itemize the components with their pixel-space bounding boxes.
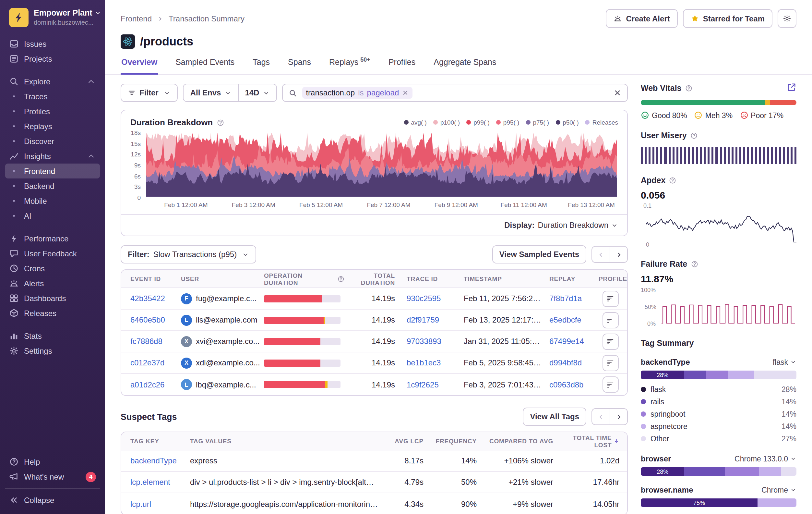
sidebar-item-discover[interactable]: Discover xyxy=(5,134,100,148)
col-trace-id[interactable]: Trace ID xyxy=(403,275,460,282)
next-page-button[interactable] xyxy=(610,247,627,262)
col-compared-to-avg[interactable]: Compared To Avg xyxy=(485,437,561,444)
sidebar-item-help[interactable]: Help xyxy=(5,454,100,469)
open-in-new-button[interactable] xyxy=(787,82,796,94)
trace-id-link[interactable]: d2f91759 xyxy=(407,316,439,324)
legend-item[interactable]: p50( ) xyxy=(555,119,579,126)
tag-key-link[interactable]: lcp.url xyxy=(130,499,151,509)
tab-spans[interactable]: Spans xyxy=(287,55,312,75)
sidebar-item-stats[interactable]: Stats xyxy=(5,328,100,343)
legend-item[interactable]: avg( ) xyxy=(404,119,427,126)
sidebar-item-settings[interactable]: Settings xyxy=(5,343,100,358)
profile-button[interactable] xyxy=(602,312,618,328)
tag-legend-row[interactable]: aspnetcore14% xyxy=(641,420,796,432)
event-id-link[interactable]: 6460e5b0 xyxy=(130,316,165,324)
trace-id-link[interactable]: be1b1ec3 xyxy=(407,358,441,367)
search-input[interactable]: transaction.op is pageload xyxy=(282,84,628,102)
question-icon[interactable] xyxy=(216,118,224,126)
sidebar-item-profiles[interactable]: Profiles xyxy=(5,104,100,119)
legend-item[interactable]: p75( ) xyxy=(526,119,549,126)
duration-chart[interactable]: 03s6s9s12s15s18s xyxy=(121,130,627,197)
legend-item[interactable]: Releases xyxy=(585,119,618,126)
event-id-link[interactable]: fc7886d8 xyxy=(130,337,163,346)
trace-id-link[interactable]: 97033893 xyxy=(407,337,441,346)
question-icon[interactable] xyxy=(690,132,698,139)
sidebar-item-explore[interactable]: Explore xyxy=(5,74,100,89)
tag-legend-row[interactable]: flask28% xyxy=(641,383,796,395)
tag-legend-row[interactable]: springboot14% xyxy=(641,408,796,420)
next-page-button[interactable] xyxy=(610,409,627,425)
event-id-link[interactable]: c012e37d xyxy=(130,358,165,367)
sidebar-item-traces[interactable]: Traces xyxy=(5,89,100,104)
tab-profiles[interactable]: Profiles xyxy=(388,55,416,75)
profile-button[interactable] xyxy=(602,376,618,393)
tag-distribution-bar[interactable]: 28% xyxy=(641,371,796,379)
org-switcher[interactable]: Empower Plant dominik.buszowiec... xyxy=(0,0,105,34)
legend-item[interactable]: p100( ) xyxy=(433,119,460,126)
replay-link[interactable]: e5edbcfe xyxy=(549,316,581,324)
sidebar-item-insights[interactable]: Insights xyxy=(5,148,100,164)
col-replay[interactable]: Replay xyxy=(546,275,595,282)
prev-page-button[interactable] xyxy=(592,409,610,425)
sidebar-item-performance[interactable]: Performance xyxy=(5,231,100,246)
tag-legend-row[interactable]: rails14% xyxy=(641,395,796,408)
sidebar-item-mobile[interactable]: Mobile xyxy=(5,193,100,208)
tag-distribution-bar[interactable]: 28% xyxy=(641,467,796,476)
question-icon[interactable] xyxy=(669,177,676,184)
col-user[interactable]: User xyxy=(177,275,260,282)
tag-value-selector[interactable]: Chrome 133.0.0 xyxy=(734,455,796,463)
tab-sampled-events[interactable]: Sampled Events xyxy=(175,55,235,75)
view-sampled-events-button[interactable]: View Sampled Events xyxy=(492,245,586,264)
replay-link[interactable]: c0963d8b xyxy=(549,380,583,389)
tag-distribution-bar[interactable]: 75% xyxy=(641,498,796,507)
replay-link[interactable]: 67499e14 xyxy=(549,337,584,346)
profile-button[interactable] xyxy=(602,355,618,371)
sidebar-item-backend[interactable]: Backend xyxy=(5,179,100,193)
sidebar-item-replays[interactable]: Replays xyxy=(5,119,100,134)
sidebar-item-alerts[interactable]: Alerts xyxy=(5,276,100,291)
replay-link[interactable]: 7f8b7d1a xyxy=(549,294,582,303)
tab-tags[interactable]: Tags xyxy=(252,55,270,75)
clear-search-icon[interactable] xyxy=(613,89,621,97)
breadcrumb-frontend[interactable]: Frontend xyxy=(121,14,152,23)
transactions-filter-button[interactable]: Filter: Slow Transactions (p95) xyxy=(121,245,256,264)
legend-item[interactable]: p99( ) xyxy=(466,119,490,126)
col-timestamp[interactable]: Timestamp xyxy=(460,275,546,282)
sidebar-item-dashboards[interactable]: Dashboards xyxy=(5,291,100,306)
event-id-link[interactable]: a01d2c26 xyxy=(130,380,165,389)
search-token[interactable]: transaction.op is pageload xyxy=(302,87,412,99)
profile-button[interactable] xyxy=(602,333,618,350)
question-icon[interactable] xyxy=(690,260,698,268)
profile-button[interactable] xyxy=(602,291,618,307)
view-all-tags-button[interactable]: View All Tags xyxy=(523,408,586,426)
tag-value-selector[interactable]: flask xyxy=(773,358,796,366)
col-tag-values[interactable]: Tag Values xyxy=(186,437,382,444)
col-total-duration[interactable]: Total Duration xyxy=(348,272,403,286)
tag-key-link[interactable]: backendType xyxy=(130,456,177,465)
col-profile[interactable]: Profile xyxy=(595,275,626,282)
col-event-id[interactable]: Event ID xyxy=(121,275,177,282)
environment-selector[interactable]: All Envs xyxy=(184,84,238,101)
date-range-selector[interactable]: 14D xyxy=(238,84,276,101)
filter-button[interactable]: Filter xyxy=(121,84,178,102)
col-frequency[interactable]: Frequency xyxy=(431,437,485,444)
col-operation-duration[interactable]: Operation Duration xyxy=(260,272,348,286)
trace-id-link[interactable]: 930c2595 xyxy=(407,294,441,303)
sidebar-item-user-feedback[interactable]: User Feedback xyxy=(5,246,100,261)
sidebar-item-issues[interactable]: Issues xyxy=(5,36,100,51)
replay-link[interactable]: d994bf8d xyxy=(549,358,582,367)
prev-page-button[interactable] xyxy=(592,247,610,262)
sidebar-item-what-s-new[interactable]: What's new4 xyxy=(5,469,100,484)
tab-aggregate-spans[interactable]: Aggregate Spans xyxy=(433,55,497,75)
remove-token-icon[interactable] xyxy=(402,89,409,96)
tag-key-link[interactable]: lcp.element xyxy=(130,478,170,487)
tag-value-selector[interactable]: Chrome xyxy=(761,486,796,494)
sidebar-item-frontend[interactable]: Frontend xyxy=(5,164,100,179)
question-icon[interactable] xyxy=(685,84,693,92)
event-id-link[interactable]: 42b35422 xyxy=(130,294,165,303)
starred-for-team-button[interactable]: Starred for Team xyxy=(683,9,773,28)
tab-replays[interactable]: Replays50+ xyxy=(328,55,371,75)
legend-item[interactable]: p95( ) xyxy=(496,119,520,126)
display-selector[interactable]: Duration Breakdown xyxy=(538,221,618,230)
col-avg-lcp[interactable]: Avg LCP xyxy=(382,437,431,444)
